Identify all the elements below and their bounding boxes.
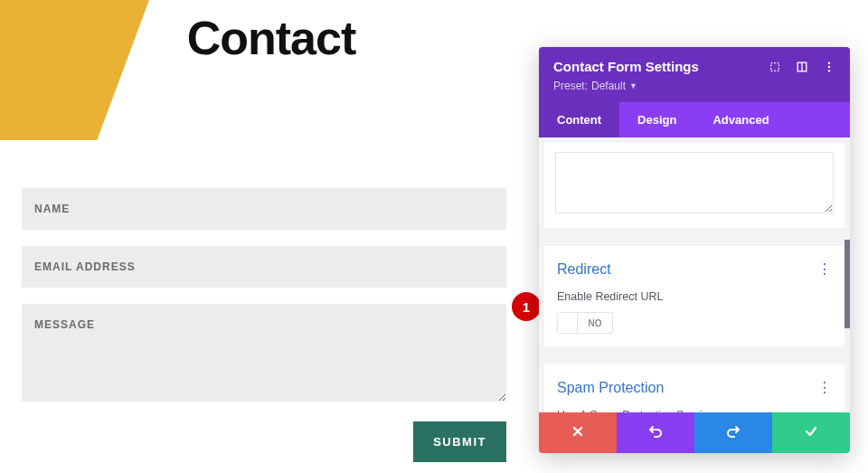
tab-design[interactable]: Design [619,102,694,137]
toggle-label: NO [578,318,612,328]
confirm-button[interactable] [772,412,850,453]
spam-section-title: Spam Protection [557,380,817,396]
spam-section-menu-icon[interactable]: ⋮ [817,379,832,396]
redo-button[interactable] [694,412,772,453]
scrollbar-thumb[interactable] [844,240,850,328]
panel-footer [539,412,850,453]
chevron-down-icon: ▼ [629,81,637,90]
svg-rect-0 [771,62,779,71]
check-icon [804,424,818,442]
cancel-button[interactable] [539,412,617,453]
redirect-section: Redirect ⋮ Enable Redirect URL NO [544,246,844,346]
undo-button[interactable] [617,412,694,453]
more-icon[interactable] [823,61,835,73]
preset-prefix: Preset: [553,80,588,92]
success-message-textarea[interactable] [555,152,834,213]
preset-value: Default [591,80,626,92]
expand-icon[interactable] [769,61,781,73]
submit-button[interactable]: SUBMIT [413,421,506,462]
redirect-section-menu-icon[interactable]: ⋮ [817,260,832,278]
spam-protection-section: Spam Protection ⋮ Use A Spam Protection … [544,364,844,412]
name-input[interactable] [22,188,506,230]
panel-title: Contact Form Settings [553,59,769,74]
snap-icon[interactable] [796,61,808,73]
message-input[interactable] [22,304,506,402]
panel-body[interactable]: Redirect ⋮ Enable Redirect URL NO Spam P… [539,137,850,412]
svg-point-5 [828,70,830,71]
undo-icon [648,424,663,442]
preset-selector[interactable]: Preset: Default ▼ [553,80,835,92]
spam-service-label: Use A Spam Protection Service [557,409,832,412]
annotation-badge-1: 1 [512,292,541,321]
page-title: Contact [0,11,542,65]
enable-redirect-toggle[interactable]: NO [557,312,613,334]
settings-panel: Contact Form Settings Preset: Default ▼ … [539,47,850,453]
svg-point-3 [828,61,830,63]
redirect-section-title: Redirect [557,261,817,278]
tab-content[interactable]: Content [539,102,619,137]
panel-header: Contact Form Settings Preset: Default ▼ [539,47,850,102]
email-input[interactable] [22,246,506,288]
tabs: Content Design Advanced [539,102,850,137]
tab-advanced[interactable]: Advanced [694,102,787,137]
enable-redirect-label: Enable Redirect URL [557,290,832,303]
redo-icon [726,424,741,442]
svg-point-4 [828,65,830,67]
toggle-knob [558,313,578,333]
close-icon [571,424,585,442]
contact-form: SUBMIT [22,188,506,462]
message-settings-block [544,143,844,228]
